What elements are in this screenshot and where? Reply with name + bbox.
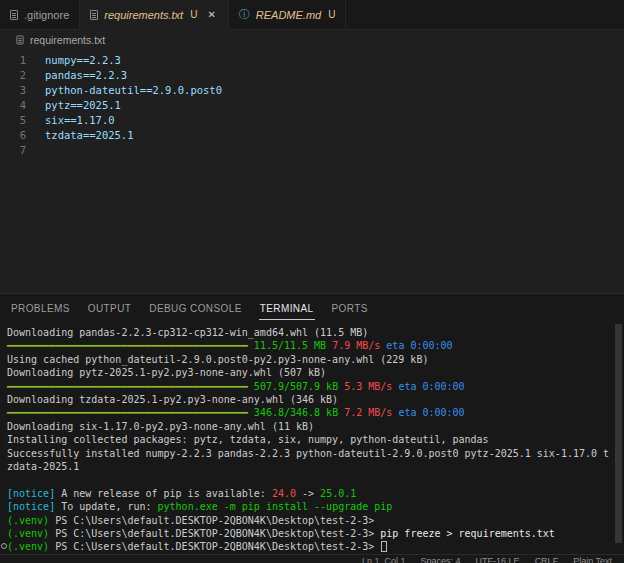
terminal-text: Using cached python_dateutil-2.9.0.post0… xyxy=(7,354,428,365)
status-item-spaces-4[interactable]: Spaces: 4 xyxy=(421,555,461,563)
terminal-text: eta 0:00:00 xyxy=(398,407,464,418)
terminal-text: [notice] xyxy=(7,501,55,512)
editor-line[interactable]: 5six==1.17.0 xyxy=(0,113,624,128)
terminal-line: Installing collected packages: pytz, tzd… xyxy=(7,433,610,446)
terminal-text: python.exe -m pip install --upgrade pip xyxy=(158,501,393,512)
close-icon[interactable]: ✕ xyxy=(205,8,217,21)
tab-readme-md[interactable]: ⓘ README.md U xyxy=(229,0,347,29)
editor-line[interactable]: 2pandas==2.2.3 xyxy=(0,68,624,83)
tab-gitignore[interactable]: .gitignore xyxy=(0,0,80,29)
code-editor[interactable]: 1numpy==2.2.32pandas==2.2.33python-dateu… xyxy=(0,50,624,293)
terminal-text: 7.2 MB/s xyxy=(344,407,392,418)
terminal-text: (.venv) xyxy=(7,541,49,552)
status-bar: Ln 1, Col 1Spaces: 4UTF-16 LECRLFPlain T… xyxy=(0,554,624,563)
terminal-line: Successfully installed numpy-2.2.3 panda… xyxy=(7,447,610,460)
terminal-text: [notice] xyxy=(7,488,55,499)
status-item-crlf[interactable]: CRLF xyxy=(535,555,559,563)
terminal-text: (.venv) xyxy=(7,515,49,526)
terminal-line: Downloading pandas-2.2.3-cp312-cp312-win… xyxy=(7,326,610,339)
terminal-text: ━━━━━━━━━━━━━━━━━━━━━━━━━━━━━━━━━━━━━━━━ xyxy=(7,407,248,418)
terminal-scrollbar[interactable] xyxy=(615,324,622,552)
terminal-text: Downloading tzdata-2025.1-py2.py3-none-a… xyxy=(7,394,338,405)
terminal-line: Downloading six-1.17.0-py2.py3-none-any.… xyxy=(7,420,610,433)
terminal-text: 5.3 MB/s xyxy=(344,381,392,392)
editor-line[interactable]: 4pytz==2025.1 xyxy=(0,98,624,113)
code-text: six==1.17.0 xyxy=(26,113,115,128)
breadcrumb[interactable]: requirements.txt xyxy=(0,30,624,50)
line-number: 2 xyxy=(0,68,26,83)
file-icon xyxy=(16,36,23,45)
tab-label: README.md xyxy=(256,9,321,21)
terminal-text: Installing collected packages: pytz, tzd… xyxy=(7,434,489,445)
editor-line[interactable]: 7 xyxy=(0,143,624,158)
status-item-utf-16-le[interactable]: UTF-16 LE xyxy=(476,555,520,563)
line-number: 5 xyxy=(0,113,26,128)
terminal-line: (.venv) PS C:\Users\default.DESKTOP-2QBO… xyxy=(7,540,610,553)
terminal-line xyxy=(7,473,610,486)
panel-tab-problems[interactable]: PROBLEMS xyxy=(10,297,71,320)
tab-label: requirements.txt xyxy=(104,9,183,21)
git-untracked-badge: U xyxy=(328,9,335,20)
terminal-text: eta 0:00:00 xyxy=(386,340,452,351)
terminal-text: pip freeze > requirements.txt xyxy=(374,528,555,539)
code-text: pandas==2.2.3 xyxy=(26,68,127,83)
terminal-line: [notice] To update, run: python.exe -m p… xyxy=(7,500,610,513)
terminal-text: Downloading six-1.17.0-py2.py3-none-any.… xyxy=(7,421,314,432)
readme-info-icon: ⓘ xyxy=(239,7,250,22)
terminal-text: 507.9/507.9 kB xyxy=(254,381,338,392)
terminal-cursor xyxy=(381,541,387,552)
terminal-line: [notice] A new release of pip is availab… xyxy=(7,487,610,500)
terminal-line: Downloading tzdata-2025.1-py2.py3-none-a… xyxy=(7,393,610,406)
panel-tab-output[interactable]: OUTPUT xyxy=(87,297,133,320)
terminal-text: ━━━━━━━━━━━━━━━━━━━━━━━━━━━━━━━━━━━━━━━━ xyxy=(7,340,248,351)
line-number: 6 xyxy=(0,128,26,143)
panel-tab-terminal[interactable]: TERMINAL xyxy=(259,297,315,320)
terminal-line: Downloading pytz-2025.1-py2.py3-none-any… xyxy=(7,366,610,379)
terminal-text: 24.0 xyxy=(272,488,296,499)
breadcrumb-filename: requirements.txt xyxy=(30,34,105,46)
terminal-text: PS C:\Users\default.DESKTOP-2QBON4K\Desk… xyxy=(49,541,380,552)
code-text: python-dateutil==2.9.0.post0 xyxy=(26,83,222,98)
scrollbar-thumb[interactable] xyxy=(615,324,622,543)
terminal-text: 25.0.1 xyxy=(320,488,356,499)
terminal[interactable]: Downloading pandas-2.2.3-cp312-cp312-win… xyxy=(0,322,624,554)
terminal-line: ━━━━━━━━━━━━━━━━━━━━━━━━━━━━━━━━━━━━━━━━… xyxy=(7,339,610,352)
code-text: tzdata==2025.1 xyxy=(26,128,134,143)
panel-tab-debug-console[interactable]: DEBUG CONSOLE xyxy=(148,297,242,320)
terminal-line: Using cached python_dateutil-2.9.0.post0… xyxy=(7,353,610,366)
line-number: 3 xyxy=(0,83,26,98)
line-number: 7 xyxy=(0,143,26,158)
terminal-text: PS C:\Users\default.DESKTOP-2QBON4K\Desk… xyxy=(49,515,374,526)
terminal-line: ━━━━━━━━━━━━━━━━━━━━━━━━━━━━━━━━━━━━━━━━… xyxy=(7,406,610,419)
tab-requirements-txt[interactable]: requirements.txt U ✕ xyxy=(80,0,229,30)
terminal-text: 346.8/346.8 kB xyxy=(254,407,338,418)
terminal-text: Downloading pytz-2025.1-py2.py3-none-any… xyxy=(7,367,326,378)
terminal-line: zdata-2025.1 xyxy=(7,460,610,473)
terminal-line: (.venv) PS C:\Users\default.DESKTOP-2QBO… xyxy=(7,527,610,540)
bottom-panel: PROBLEMSOUTPUTDEBUG CONSOLETERMINALPORTS… xyxy=(0,293,624,554)
tab-label: .gitignore xyxy=(24,9,69,21)
code-text xyxy=(26,143,45,158)
panel-tab-ports[interactable]: PORTS xyxy=(331,297,369,320)
terminal-text: PS C:\Users\default.DESKTOP-2QBON4K\Desk… xyxy=(49,528,374,539)
terminal-text: Successfully installed numpy-2.2.3 panda… xyxy=(7,448,609,459)
editor-line[interactable]: 3python-dateutil==2.9.0.post0 xyxy=(0,83,624,98)
status-item-ln-1-col-1[interactable]: Ln 1, Col 1 xyxy=(362,555,406,563)
line-number: 4 xyxy=(0,98,26,113)
file-icon xyxy=(10,10,18,20)
terminal-text: Downloading pandas-2.2.3-cp312-cp312-win… xyxy=(7,327,368,338)
line-number: 1 xyxy=(0,53,26,68)
terminal-text: ━━━━━━━━━━━━━━━━━━━━━━━━━━━━━━━━━━━━━━━━ xyxy=(7,381,248,392)
status-item-plain-text[interactable]: Plain Text xyxy=(573,555,612,563)
editor-line[interactable]: 1numpy==2.2.3 xyxy=(0,53,624,68)
editor-line[interactable]: 6tzdata==2025.1 xyxy=(0,128,624,143)
code-text: numpy==2.2.3 xyxy=(26,53,121,68)
terminal-text: 11.5/11.5 MB xyxy=(254,340,326,351)
file-icon xyxy=(90,10,98,20)
terminal-text: A new release of pip is available: xyxy=(55,488,272,499)
panel-tab-bar: PROBLEMSOUTPUTDEBUG CONSOLETERMINALPORTS xyxy=(0,294,624,322)
terminal-text: zdata-2025.1 xyxy=(7,461,79,472)
vscode-window: .gitignore requirements.txt U ✕ ⓘ README… xyxy=(0,0,624,563)
terminal-text: To update, run: xyxy=(55,501,157,512)
code-text: pytz==2025.1 xyxy=(26,98,121,113)
